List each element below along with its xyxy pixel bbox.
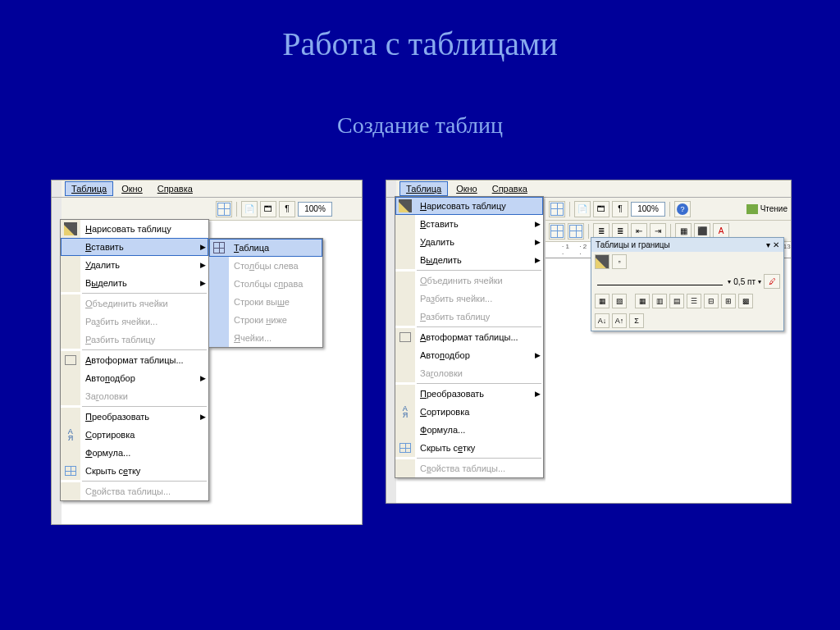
menu-icon-slot: [61, 351, 80, 369]
panel-btn-sort-asc-icon[interactable]: A↓: [595, 313, 609, 328]
menubar-item-spravka[interactable]: Справка: [486, 181, 534, 196]
panel-border-width[interactable]: 0,5 пт: [733, 277, 756, 286]
menu-icon-slot: [61, 274, 80, 292]
menu-item[interactable]: Вставить▶: [395, 215, 543, 233]
table-icon: [569, 225, 582, 238]
autoformat-icon: [399, 332, 411, 342]
menu-item: Разбить таблицу: [61, 331, 208, 349]
tables-borders-panel: Таблицы и границы ▾ ✕ ▫ ▾ 0: [591, 237, 784, 331]
toolbar-btn-table-icon[interactable]: [549, 223, 565, 240]
menu-item[interactable]: AЯСортировка: [395, 403, 543, 421]
menu-item[interactable]: Выделить▶: [395, 251, 543, 269]
menu-item[interactable]: Преобразовать▶: [395, 385, 543, 403]
menu-item[interactable]: Автоформат таблицы...: [61, 351, 208, 369]
panel-dropdown-icon[interactable]: ▾: [766, 240, 770, 249]
menu-icon-slot: [395, 308, 415, 326]
book-icon: [746, 204, 758, 214]
panel-close-icon[interactable]: ✕: [773, 240, 779, 249]
menu-item[interactable]: Таблица: [209, 239, 322, 257]
menu-item: Строки выше: [209, 293, 322, 311]
menu-item[interactable]: Автоформат таблицы...: [395, 328, 543, 346]
toolbar-btn-doc-icon[interactable]: 📄: [241, 201, 258, 217]
toolbar-btn-help[interactable]: ?: [674, 201, 691, 217]
panel-btn-draw-icon[interactable]: [595, 254, 609, 269]
panel-btn-align-icon[interactable]: ☰: [687, 294, 701, 308]
menu-icon-slot: [395, 346, 415, 364]
menu-separator: [82, 349, 207, 350]
panel-btn-merge-icon[interactable]: ▥: [652, 294, 667, 308]
menubar-item-okno[interactable]: Окно: [450, 181, 484, 196]
menu-item-label: Строки выше: [229, 297, 311, 307]
toolbar-reading-mode[interactable]: Чтение: [746, 204, 788, 214]
menu-item-label: Автоформат таблицы...: [415, 332, 532, 342]
menu-icon-slot: [395, 439, 415, 457]
toolbar-btn-pane-icon[interactable]: 🗔: [260, 201, 276, 217]
menu-item[interactable]: AЯСортировка: [61, 426, 208, 444]
menubar-item-tablica[interactable]: Таблица: [65, 181, 113, 196]
zoom-field[interactable]: 100%: [631, 202, 665, 217]
menubar-item-okno[interactable]: Окно: [115, 181, 149, 196]
menu-item-label: Скрыть сетку: [415, 443, 532, 453]
panel-btn-distribute-rows-icon[interactable]: ⊟: [704, 294, 719, 308]
document-area: 📄 🗔 ¶ 100% ? Чтение ≣ ≣ ⇤: [546, 198, 791, 503]
menu-item[interactable]: Нарисовать таблицу: [61, 220, 208, 238]
toolbar-btn-paragraph-icon[interactable]: ¶: [612, 201, 628, 217]
panel-linestyle[interactable]: [597, 277, 723, 285]
menu-item: Строки ниже: [209, 311, 322, 329]
screenshot-left: Таблица Окно Справка 📄 🗔 ¶ 100%: [51, 180, 363, 525]
menu-item[interactable]: Вставить▶ТаблицаСтолбцы слеваСтолбцы спр…: [61, 238, 208, 256]
menu-item[interactable]: Формула...: [61, 444, 208, 462]
menu-icon-slot: [61, 482, 80, 500]
menu-icon-slot: [395, 215, 415, 233]
panel-btn-border-color-icon[interactable]: 🖊: [764, 274, 780, 289]
panel-btn-border-icon[interactable]: ▦: [595, 294, 609, 308]
menu-item-label: Заголовки: [80, 391, 197, 401]
menu-item[interactable]: Скрыть сетку: [61, 462, 208, 480]
menu-item: Свойства таблицы...: [61, 482, 208, 500]
menu-item[interactable]: Формула...: [395, 421, 543, 439]
menu-item-label: Удалить: [415, 237, 532, 247]
screenshot-right: Таблица Окно Справка Нарисовать таблицуВ…: [386, 180, 792, 504]
submenu: ТаблицаСтолбцы слеваСтолбцы справаСтроки…: [208, 238, 323, 348]
panel-btn-autosum-icon[interactable]: Σ: [629, 313, 644, 328]
panel-btn-insert-table-icon[interactable]: ▦: [635, 294, 650, 308]
menu-item[interactable]: Удалить▶: [61, 256, 208, 274]
menu-item-label: Строки ниже: [229, 315, 311, 325]
menu-item[interactable]: Преобразовать▶: [61, 408, 208, 426]
menu-item-label: Объединить ячейки: [80, 299, 197, 308]
menubar-item-spravka[interactable]: Справка: [151, 181, 199, 196]
menu-item-label: Разбить таблицу: [80, 335, 197, 345]
menubar-item-tablica[interactable]: Таблица: [399, 181, 448, 196]
menubar: Таблица Окно Справка: [386, 180, 791, 198]
toolbar-btn-columns-icon[interactable]: [549, 201, 565, 217]
submenu-arrow-icon: ▶: [532, 351, 543, 359]
panel-btn-split-icon[interactable]: ▤: [669, 294, 684, 308]
menu-item[interactable]: Автоподбор▶: [61, 369, 208, 387]
menu-item: Столбцы справа: [209, 275, 322, 293]
help-icon: ?: [677, 203, 688, 215]
toolbar-btn-paragraph-icon[interactable]: ¶: [279, 201, 295, 217]
toolbar-btn-pane-icon[interactable]: 🗔: [593, 201, 609, 217]
menu-item-label: Нарисовать таблицу: [80, 224, 197, 234]
menu-item-label: Выделить: [415, 255, 532, 265]
dropdown-menu: Нарисовать таблицуВставить▶Удалить▶Выдел…: [395, 196, 544, 478]
menu-item[interactable]: Выделить▶: [61, 274, 208, 292]
menu-item[interactable]: Скрыть сетку: [395, 439, 543, 457]
menu-icon-slot: [61, 387, 80, 405]
menu-item[interactable]: Автоподбор▶: [395, 346, 543, 364]
panel-btn-fill-icon[interactable]: ▧: [612, 294, 627, 308]
panel-titlebar[interactable]: Таблицы и границы ▾ ✕: [591, 238, 783, 252]
menu-item[interactable]: Удалить▶: [395, 233, 543, 251]
menu-item[interactable]: Нарисовать таблицу: [395, 197, 543, 215]
panel-btn-erase-icon[interactable]: ▫: [612, 254, 627, 269]
panel-btn-sort-desc-icon[interactable]: A↑: [612, 313, 627, 328]
panel-btn-autoformat-icon[interactable]: ▩: [738, 294, 753, 308]
zoom-field[interactable]: 100%: [298, 202, 332, 217]
panel-btn-distribute-cols-icon[interactable]: ⊞: [721, 294, 736, 308]
toolbar-btn-columns-icon[interactable]: [216, 201, 232, 217]
toolbar-btn-doc-icon[interactable]: 📄: [574, 201, 591, 217]
menu-separator: [82, 481, 207, 482]
panel-title-buttons: ▾ ✕: [766, 240, 779, 249]
toolbar-btn-table2-icon[interactable]: [568, 223, 584, 240]
menu-item-label: Сортировка: [80, 430, 197, 440]
